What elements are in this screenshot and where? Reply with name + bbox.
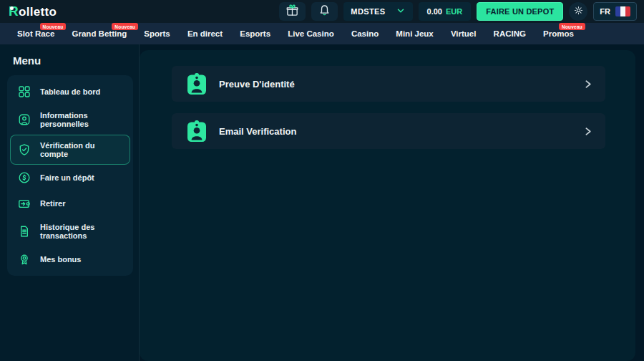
bell-icon [318, 4, 331, 19]
logo[interactable]: Rolletto [9, 4, 57, 19]
france-flag-icon [615, 6, 630, 16]
nav-item-esports[interactable]: Esports [240, 29, 270, 38]
id-badge-icon [187, 120, 206, 142]
verification-panel: Preuve D'identité E [140, 50, 635, 361]
chevron-right-icon [583, 127, 592, 136]
user-dropdown[interactable]: MDSTES [343, 2, 412, 21]
nav-item-slot-race[interactable]: Nouveau Slot Race [17, 29, 54, 38]
account-sidebar: Menu Tableau de bord [0, 44, 140, 361]
main-content: Preuve D'identité E [140, 44, 644, 361]
id-badge-icon [187, 73, 206, 95]
logo-text: olletto [19, 5, 57, 19]
logo-mark: R [9, 4, 19, 19]
sidebar-item-tableau-de-bord[interactable]: Tableau de bord [10, 79, 130, 105]
sidebar-item-informations-personnelles[interactable]: Informations personnelles [10, 105, 130, 135]
dollar-circle-icon [18, 171, 31, 184]
notifications-button[interactable] [311, 2, 338, 21]
header-actions: MDSTES 0.00 EUR FAIRE UN DEPOT FR [279, 2, 637, 21]
sidebar-menu: Tableau de bord Informations personnelle… [7, 75, 133, 276]
nav-item-en-direct[interactable]: En direct [187, 29, 223, 38]
username: MDSTES [351, 7, 385, 16]
shield-check-icon [18, 143, 31, 156]
nav-item-casino[interactable]: Casino [351, 29, 379, 38]
gift-button[interactable] [279, 2, 306, 21]
language-selector[interactable]: FR [593, 2, 637, 21]
chevron-right-icon [583, 80, 592, 89]
nouveau-badge: Nouveau [112, 23, 138, 30]
email-verification-card[interactable]: Email Verification [172, 113, 605, 149]
document-icon [18, 225, 31, 238]
nav-item-grand-betting[interactable]: Nouveau Grand Betting [72, 29, 127, 38]
nav-item-racing[interactable]: RACING [494, 29, 526, 38]
language-code: FR [600, 7, 610, 16]
deposit-button[interactable]: FAIRE UN DEPOT [477, 2, 563, 21]
wallet-icon [18, 197, 31, 210]
person-icon [18, 113, 31, 126]
card-title: Preuve D'identité [219, 79, 583, 90]
theme-toggle-button[interactable] [569, 2, 587, 21]
sidebar-item-verification-du-compte[interactable]: Vérification du compte [10, 135, 130, 165]
balance-currency: EUR [446, 7, 462, 16]
sidebar-item-faire-un-depot[interactable]: Faire un dépôt [10, 165, 130, 191]
nav-item-promos[interactable]: Nouveau Promos [543, 29, 574, 38]
sidebar-item-retirer[interactable]: Retirer [10, 191, 130, 216]
balance[interactable]: 0.00 EUR [419, 2, 472, 21]
chevron-down-icon [396, 6, 406, 17]
nav-item-mini-jeux[interactable]: Mini Jeux [396, 29, 433, 38]
balance-amount: 0.00 [427, 7, 442, 16]
identity-proof-card[interactable]: Preuve D'identité [172, 66, 605, 102]
nouveau-badge: Nouveau [559, 23, 585, 30]
nouveau-badge: Nouveau [40, 23, 67, 30]
main-nav: Nouveau Slot Race Nouveau Grand Betting … [0, 23, 644, 44]
award-icon [18, 253, 31, 266]
nav-item-live-casino[interactable]: Live Casino [288, 29, 334, 38]
sidebar-item-mes-bonus[interactable]: Mes bonus [10, 246, 130, 272]
sun-icon [573, 5, 584, 18]
sidebar-title: Menu [0, 44, 139, 74]
sidebar-item-historique-des-transactions[interactable]: Historique des transactions [10, 216, 130, 246]
nav-item-sports[interactable]: Sports [144, 29, 170, 38]
top-header: Rolletto MDSTES [0, 0, 644, 23]
grid-icon [18, 85, 31, 98]
card-title: Email Verification [219, 126, 583, 137]
gift-icon [286, 4, 299, 19]
nav-item-virtuel[interactable]: Virtuel [451, 29, 477, 38]
